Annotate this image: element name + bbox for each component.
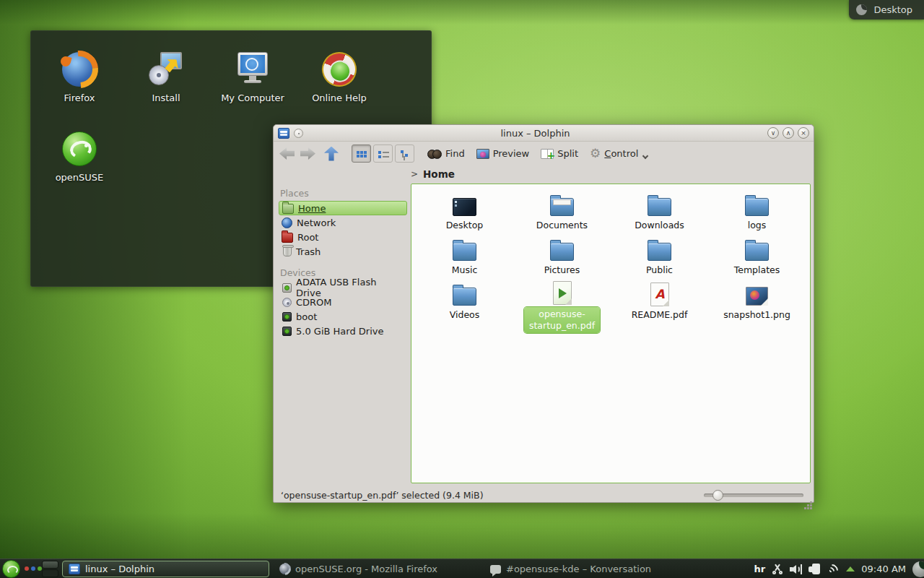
task-firefox[interactable]: openSUSE.org - Mozilla Firefox — [274, 561, 481, 577]
activity-dots[interactable] — [25, 566, 42, 571]
gear-icon: ⚙ — [590, 147, 601, 160]
compact-view-button[interactable] — [373, 144, 393, 163]
file-item-pictures[interactable]: Pictures — [513, 236, 611, 281]
network-icon[interactable] — [827, 564, 840, 575]
sidebar-item-root[interactable]: Root — [279, 230, 407, 244]
cashew-icon — [856, 4, 867, 15]
folder-icon — [648, 198, 671, 216]
firefox-icon — [62, 52, 97, 87]
system-tray: hr 09:40 AM — [754, 559, 924, 578]
desktop-icon-label: openSUSE — [56, 172, 104, 183]
image-file-icon — [746, 287, 768, 306]
desktop-icon-firefox[interactable]: Firefox — [36, 52, 123, 103]
documents-folder-icon — [550, 198, 574, 216]
close-button[interactable]: × — [798, 127, 809, 139]
control-button[interactable]: ⚙ Control — [587, 146, 650, 161]
all-desktops-pin-button[interactable] — [294, 129, 303, 138]
application-launcher-button[interactable] — [2, 560, 20, 578]
maximize-button[interactable]: ∧ — [783, 127, 794, 139]
install-icon — [149, 52, 183, 87]
zoom-slider-handle[interactable] — [712, 490, 723, 501]
desktop-icon-label: My Computer — [221, 92, 284, 103]
file-item-templates[interactable]: Templates — [708, 236, 806, 281]
folder-icon — [550, 243, 574, 261]
pager-desktop-2[interactable] — [42, 569, 58, 577]
file-view[interactable]: Desktop Documents Downloads logs Music — [411, 184, 811, 483]
konversation-icon — [490, 565, 501, 574]
usb-drive-icon — [282, 283, 292, 293]
selected-file-label: opensuse-startup_en.pdf — [524, 307, 600, 333]
sidebar-item-boot[interactable]: boot — [279, 309, 407, 324]
clock[interactable]: 09:40 AM — [861, 564, 906, 574]
desktop-icon-opensuse[interactable]: openSUSE — [36, 131, 123, 183]
taskbar: linux – Dolphin openSUSE.org - Mozilla F… — [0, 558, 924, 578]
back-button[interactable] — [279, 147, 295, 160]
desktop-icon-label: Firefox — [64, 92, 95, 103]
find-button[interactable]: Find — [424, 147, 468, 160]
file-item-readme-pdf[interactable]: README.pdf — [611, 281, 708, 326]
preview-button[interactable]: Preview — [474, 147, 533, 160]
file-item-downloads[interactable]: Downloads — [611, 191, 708, 236]
desktop-icon-label: Install — [152, 92, 180, 103]
titlebar[interactable]: linux – Dolphin ∨ ∧ × — [274, 125, 814, 142]
file-item-logs[interactable]: logs — [708, 191, 806, 236]
toolbar: Find Preview + Split ⚙ Control — [274, 142, 814, 165]
file-item-videos[interactable]: Videos — [416, 281, 513, 326]
opensuse-icon — [62, 131, 97, 166]
split-icon: + — [541, 149, 554, 159]
icons-view-button[interactable] — [352, 144, 371, 163]
file-item-public[interactable]: Public — [611, 236, 708, 281]
sidebar-item-usb-drive[interactable]: ADATA USB Flash Drive — [279, 280, 407, 295]
sidebar-item-home[interactable]: Home — [279, 201, 407, 215]
folder-icon — [745, 198, 769, 216]
boot-drive-icon — [282, 312, 292, 322]
dolphin-window: linux – Dolphin ∨ ∧ × Find Preview + Spl… — [273, 124, 814, 503]
details-view-button[interactable] — [395, 144, 414, 163]
klipper-scissors-icon[interactable] — [772, 564, 783, 574]
dolphin-app-icon[interactable] — [278, 128, 289, 139]
file-item-documents[interactable]: Documents — [513, 191, 611, 236]
dolphin-app-icon — [69, 564, 80, 574]
sidebar-item-hard-drive[interactable]: 5.0 GiB Hard Drive — [279, 324, 407, 338]
folder-icon — [648, 243, 671, 261]
zoom-slider[interactable] — [704, 493, 803, 497]
folder-icon — [453, 288, 476, 306]
keyboard-layout-indicator[interactable]: hr — [754, 564, 766, 574]
places-panel: Places Home Network Root Trash Devices — [274, 182, 409, 485]
desktop-icon-online-help[interactable]: Online Help — [296, 52, 383, 103]
forward-button[interactable] — [300, 147, 315, 160]
firefox-icon — [279, 564, 290, 574]
desktop-toolbox[interactable]: Desktop — [849, 0, 924, 20]
file-item-music[interactable]: Music — [416, 236, 513, 281]
task-konversation[interactable]: #opensuse-kde – Konversation — [484, 561, 694, 577]
window-title: linux – Dolphin — [308, 128, 763, 139]
minimize-button[interactable]: ∨ — [767, 127, 779, 139]
binoculars-icon — [427, 150, 442, 158]
root-folder-icon — [282, 233, 293, 243]
resize-grip[interactable] — [810, 501, 812, 504]
network-globe-icon — [282, 217, 292, 228]
breadcrumb-arrow-icon: > — [411, 169, 418, 179]
file-item-opensuse-startup-pdf[interactable]: opensuse-startup_en.pdf — [513, 281, 611, 326]
panel-cashew-icon[interactable] — [912, 561, 924, 577]
task-dolphin[interactable]: linux – Dolphin — [62, 561, 269, 577]
device-notifier-icon[interactable] — [808, 564, 820, 574]
sidebar-item-network[interactable]: Network — [279, 215, 407, 230]
folder-icon — [745, 243, 769, 261]
breadcrumb-current[interactable]: Home — [423, 168, 455, 180]
trash-icon — [283, 246, 292, 256]
pager-desktop-1[interactable] — [42, 561, 58, 569]
breadcrumb[interactable]: > Home — [274, 165, 814, 182]
desktop-icon-install[interactable]: Install — [123, 52, 209, 103]
hard-drive-icon — [282, 327, 292, 336]
tray-expand-arrow-icon[interactable] — [846, 566, 855, 571]
split-button[interactable]: + Split — [538, 147, 581, 160]
file-item-snapshot-png[interactable]: snapshot1.png — [708, 281, 806, 326]
volume-icon[interactable] — [790, 564, 802, 574]
cdrom-icon — [282, 298, 292, 307]
sidebar-item-trash[interactable]: Trash — [279, 244, 407, 259]
file-item-desktop[interactable]: Desktop — [416, 191, 513, 236]
up-button[interactable] — [324, 147, 339, 161]
desktop-icon-my-computer[interactable]: My Computer — [209, 52, 296, 103]
desktop-pager[interactable] — [42, 561, 58, 577]
